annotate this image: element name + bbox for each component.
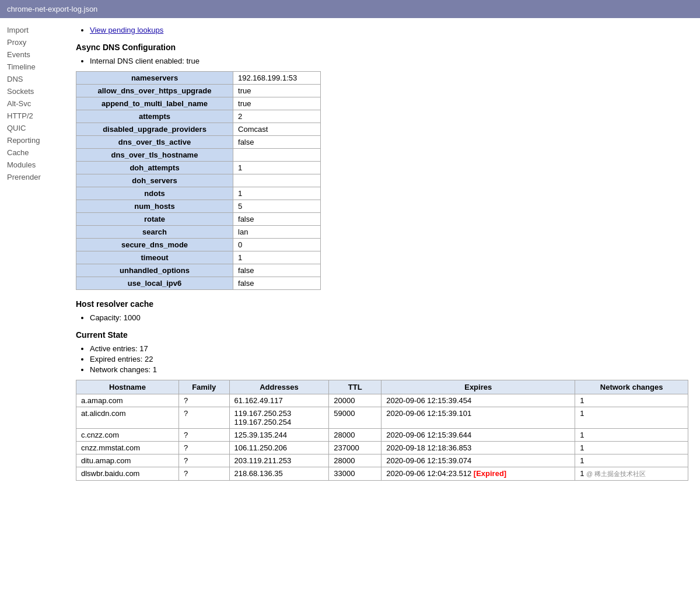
host-cell-addresses: 106.11.250.206 [229,442,329,454]
dns-key-cell: nameservers [76,72,233,85]
dns-key-cell: doh_attempts [76,162,233,174]
sidebar-item-timeline[interactable]: Timeline [5,61,60,73]
dns-val-cell: false [233,136,321,149]
host-resolver-title: Host resolver cache [76,299,688,309]
dns-key-cell: append_to_multi_label_name [76,97,233,110]
dns-val-cell [233,174,321,187]
host-cell-ttl: 28000 [329,454,382,467]
host-table-col-header: Network changes [575,380,688,394]
title-bar: chrome-net-export-log.json [0,0,700,18]
host-cell-ttl: 33000 [329,467,382,481]
dns-key-cell: doh_servers [76,174,233,187]
dns-table-row: num_hosts5 [76,200,321,213]
dns-val-cell: false [233,264,321,277]
host-cell-network-changes: 1 [575,454,688,467]
dns-key-cell: unhandled_options [76,264,233,277]
host-cell-family: ? [178,394,229,407]
host-table-head: HostnameFamilyAddressesTTLExpiresNetwork… [76,380,688,394]
dns-table-row: unhandled_optionsfalse [76,264,321,277]
host-cell-expires: 2020-09-06 12:15:39.074 [382,454,575,467]
sidebar-item-import[interactable]: Import [5,24,60,36]
dns-key-cell: num_hosts [76,200,233,213]
dns-key-cell: attempts [76,110,233,123]
dns-table-row: dns_over_tls_activefalse [76,136,321,149]
main-content: View pending lookups Async DNS Configura… [64,18,700,604]
host-cell-network-changes: 1 [575,442,688,454]
host-table-col-header: Addresses [229,380,329,394]
title-text: chrome-net-export-log.json [7,5,97,13]
dns-val-cell: Comcast [233,123,321,136]
dns-key-cell: ndots [76,187,233,200]
host-cell-hostname: a.amap.com [76,394,179,407]
dns-key-cell: use_local_ipv6 [76,277,233,290]
sidebar-item-sockets[interactable]: Sockets [5,85,60,97]
dns-table-row: allow_dns_over_https_upgradetrue [76,85,321,97]
host-cell-hostname: cnzz.mmstat.com [76,442,179,454]
view-pending-lookups-link[interactable]: View pending lookups [90,26,163,34]
sidebar-item-events[interactable]: Events [5,48,60,61]
dns-table-row: nameservers192.168.199.1:53 [76,72,321,85]
host-table-row: a.amap.com?61.162.49.117200002020-09-06 … [76,394,688,407]
current-state-list: Active entries: 17Expired entries: 22Net… [90,344,688,374]
dns-table-row: disabled_upgrade_providersComcast [76,123,321,136]
dns-table-row: rotatefalse [76,213,321,226]
host-cell-hostname: dlswbr.baidu.com [76,467,179,481]
dns-val-cell: false [233,277,321,290]
sidebar: ImportProxyEventsTimelineDNSSocketsAlt-S… [0,18,64,604]
dns-val-cell: lan [233,226,321,239]
host-table-col-header: Hostname [76,380,179,394]
current-state-item: Active entries: 17 [90,344,688,353]
dns-table-row: doh_servers [76,174,321,187]
host-cell-network-changes: 1 [575,407,688,429]
current-state-item: Expired entries: 22 [90,355,688,363]
dns-val-cell: 5 [233,200,321,213]
host-cell-expires: 2020-09-06 12:15:39.101 [382,407,575,429]
host-cell-expires: 2020-09-18 12:18:36.853 [382,442,575,454]
dns-config-table: nameservers192.168.199.1:53allow_dns_ove… [76,71,321,290]
dns-val-cell: 1 [233,162,321,174]
sidebar-item-modules[interactable]: Modules [5,159,60,171]
host-cell-network-changes: 1 @ 稀土掘金技术社区 [575,467,688,481]
host-table-row: cnzz.mmstat.com?106.11.250.2062370002020… [76,442,688,454]
dns-key-cell: allow_dns_over_https_upgrade [76,85,233,97]
dns-key-cell: timeout [76,251,233,264]
host-table-col-header: TTL [329,380,382,394]
host-cell-family: ? [178,407,229,429]
async-dns-title: Async DNS Configuration [76,43,688,52]
current-state-title: Current State [76,330,688,340]
sidebar-item-cache[interactable]: Cache [5,146,60,159]
dns-table-row: secure_dns_mode0 [76,239,321,251]
sidebar-item-reporting[interactable]: Reporting [5,134,60,146]
sidebar-item-quic[interactable]: QUIC [5,122,60,134]
internal-dns-enabled: Internal DNS client enabled: true [90,57,200,65]
host-cell-family: ? [178,454,229,467]
sidebar-item-alt-svc[interactable]: Alt-Svc [5,97,60,110]
sidebar-item-dns[interactable]: DNS [5,73,60,85]
host-cell-addresses: 203.119.211.253 [229,454,329,467]
dns-val-cell: 0 [233,239,321,251]
dns-key-cell: dns_over_tls_hostname [76,149,233,162]
host-table-col-header: Expires [382,380,575,394]
host-cell-addresses: 61.162.49.117 [229,394,329,407]
dns-table-row: use_local_ipv6false [76,277,321,290]
dns-key-cell: rotate [76,213,233,226]
host-cell-expires: 2020-09-06 12:15:39.644 [382,429,575,442]
watermark: @ 稀土掘金技术社区 [586,470,646,477]
host-cell-family: ? [178,467,229,481]
sidebar-item-prerender[interactable]: Prerender [5,171,60,183]
dns-val-cell: 1 [233,251,321,264]
dns-val-cell: 2 [233,110,321,123]
host-table-body: a.amap.com?61.162.49.117200002020-09-06 … [76,394,688,481]
dns-val-cell: true [233,85,321,97]
host-cell-network-changes: 1 [575,394,688,407]
dns-key-cell: secure_dns_mode [76,239,233,251]
sidebar-item-http2[interactable]: HTTP/2 [5,110,60,122]
dns-val-cell: 192.168.199.1:53 [233,72,321,85]
host-cell-ttl: 59000 [329,407,382,429]
dns-val-cell: false [233,213,321,226]
sidebar-item-proxy[interactable]: Proxy [5,36,60,48]
host-cell-ttl: 237000 [329,442,382,454]
dns-table-row: searchlan [76,226,321,239]
dns-val-cell [233,149,321,162]
host-cell-hostname: ditu.amap.com [76,454,179,467]
